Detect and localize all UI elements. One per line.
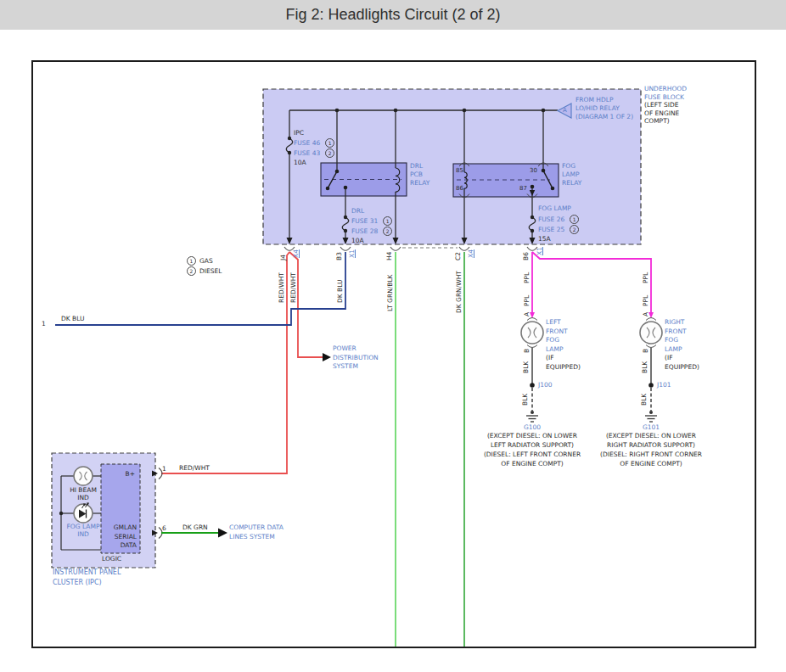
left-fog-lamp-symbol (521, 318, 543, 348)
wire-label-ppl: PPL (523, 295, 531, 306)
dk-blu-end-pin: 1 (42, 320, 46, 328)
drl-relay-box (321, 163, 407, 196)
triangle-a-letter: A (563, 107, 567, 115)
connector-x4: X4 (467, 249, 475, 258)
wire-label-lt-grn-blk: LT GRN/BLK (386, 274, 395, 311)
computer-data-label: COMPUTER DATA LINES SYSTEM (229, 524, 284, 541)
lamp-pin-b: B (642, 349, 650, 353)
ipc-gmlan-label: GMLAN SERIAL DATA (100, 524, 137, 551)
legend-gas: 1 GAS (187, 256, 213, 266)
ipc-bplus: B+ (118, 470, 135, 479)
ipc-fuse-row2: FUSE 43 2 (294, 148, 334, 158)
splice-j100: J100 (538, 381, 553, 389)
right-fog-lamp-label: RIGHT FRONT FOG LAMP (IF EQUIPPED) (665, 318, 699, 372)
drl-fuse-amps: 10A (351, 237, 364, 245)
drl-fuse-row1: FUSE 31 1 (351, 216, 392, 226)
wire-label-ppl: PPL (642, 272, 650, 283)
diesel-marker-icon: 2 (325, 148, 334, 158)
left-fog-lamp-label: LEFT FRONT FOG LAMP (IF EQUIPPED) (546, 318, 581, 372)
ipc-pin1: 1 (162, 465, 166, 473)
wiring-diagram-page: Fig 2: Headlights Circuit (2 of 2) (0, 0, 786, 672)
fog-relay-label: FOG LAMP RELAY (562, 162, 581, 188)
connector-x4: X4 (292, 249, 300, 258)
wire-label-red-wht-horizontal: RED/WHT (179, 464, 210, 473)
gas-marker-icon: 1 (325, 138, 334, 148)
pin-b6: B6 (522, 252, 531, 260)
ppl-wires (532, 252, 651, 313)
fog-fuse-name: FOG LAMP (538, 204, 571, 213)
wire-label-ppl: PPL (642, 295, 650, 306)
diesel-marker-icon: 2 (383, 227, 392, 236)
gas-marker-icon: 1 (383, 216, 392, 226)
computer-data-arrow (218, 529, 227, 538)
pin-h4: H4 (385, 252, 394, 260)
ground-symbol-g100 (526, 411, 538, 422)
legend-diesel: 2 DIESEL (187, 266, 222, 276)
gas-marker-icon: 1 (570, 215, 579, 224)
gas-marker-icon: 1 (187, 256, 196, 266)
wire-label-ppl: PPL (523, 272, 531, 283)
fog-relay-pin30: 30 (530, 167, 537, 175)
wire-label-dk-blu-horizontal: DK BLU (61, 315, 85, 323)
wire-label-blk: BLK (641, 361, 649, 373)
fog-fuse-row1: FUSE 26 1 (538, 215, 579, 224)
fuse-block-label: UNDERHOOD FUSE BLOCK (LEFT SIDE OF ENGIN… (644, 85, 687, 126)
diesel-marker-icon: 2 (570, 225, 579, 234)
connector-x1: X1 (348, 249, 357, 258)
fog-relay-pin85: 85 (456, 167, 463, 175)
wire-label-dk-blu: DK BLU (336, 279, 345, 303)
splice-j101: J101 (657, 381, 671, 389)
ipc-box (52, 453, 155, 568)
lamp-pin-b: B (523, 349, 531, 353)
pin-c2: C2 (454, 252, 463, 260)
pin-b3: B3 (335, 252, 344, 260)
power-dist-arrow (323, 353, 331, 361)
hi-beam-indicator-symbol (74, 467, 93, 485)
hi-beam-ind-label: HI BEAM IND (70, 486, 97, 501)
drl-fuse-name: DRL (351, 207, 364, 216)
fog-relay-pin87: 87 (519, 185, 527, 193)
fog-relay-pin86: 86 (456, 185, 463, 193)
wire-label-red-wht: RED/WHT (289, 272, 298, 303)
ground-symbol-g101 (645, 411, 657, 422)
connector-x1: X1 (536, 247, 544, 255)
lamp-pin-a: A (642, 312, 650, 316)
ground-g100-location: (EXCEPT DIESEL: ON LOWER LEFT RADIATOR S… (484, 431, 581, 468)
fog-fuse-row2: FUSE 25 2 (538, 225, 579, 234)
ground-g101-location: (EXCEPT DIESEL: ON LOWER RIGHT RADIATOR … (600, 431, 702, 468)
wire-label-red-wht: RED/WHT (278, 272, 286, 303)
right-fog-lamp-symbol (640, 318, 662, 348)
drl-relay-label: DRL PCB RELAY (410, 162, 429, 188)
power-dist-label: POWER DISTRIBUTION SYSTEM (333, 344, 379, 372)
fog-lamp-ind-label: FOG LAMP IND (67, 523, 100, 538)
red-wht-wires (161, 252, 323, 473)
drl-fuse-row2: FUSE 28 2 (351, 227, 392, 236)
wire-label-blk: BLK (522, 361, 531, 373)
pin-j4: J4 (279, 255, 288, 260)
from-hdlp-label: FROM HDLP LO/HID RELAY (DIAGRAM 1 OF 2) (575, 96, 633, 121)
logic-label: LOGIC (102, 555, 121, 563)
ipc-name-label: INSTRUMENT PANEL CLUSTER (IPC) (53, 568, 121, 588)
lamp-pin-a: A (523, 312, 531, 316)
ipc-fuse-row1: FUSE 46 1 (294, 138, 334, 148)
ipc-pin6: 6 (162, 524, 166, 533)
ipc-fuse-name: IPC (294, 129, 304, 137)
wire-label-blk: BLK (521, 394, 530, 406)
wire-label-blk: BLK (640, 394, 648, 406)
wire-label-dk-grn: DK GRN (182, 524, 208, 532)
wire-label-dk-grn-wht: DK GRN/WHT (455, 271, 463, 313)
diesel-marker-icon: 2 (187, 266, 196, 276)
ipc-fuse-amps: 10A (294, 159, 306, 167)
fog-fuse-amps: 15A (538, 235, 551, 244)
